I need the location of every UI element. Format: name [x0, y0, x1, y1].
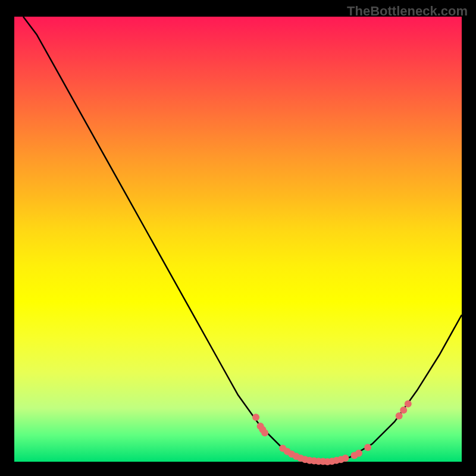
- data-point: [364, 444, 371, 451]
- data-point: [252, 414, 259, 421]
- chart-svg: [14, 17, 462, 462]
- data-point: [396, 412, 403, 419]
- data-point: [261, 429, 268, 436]
- bottleneck-curve: [23, 17, 462, 462]
- attribution-text: TheBottleneck.com: [347, 4, 468, 19]
- data-point: [405, 400, 412, 408]
- data-point: [355, 450, 362, 457]
- data-point: [400, 406, 407, 414]
- data-points-group: [252, 400, 412, 465]
- data-point: [342, 455, 349, 462]
